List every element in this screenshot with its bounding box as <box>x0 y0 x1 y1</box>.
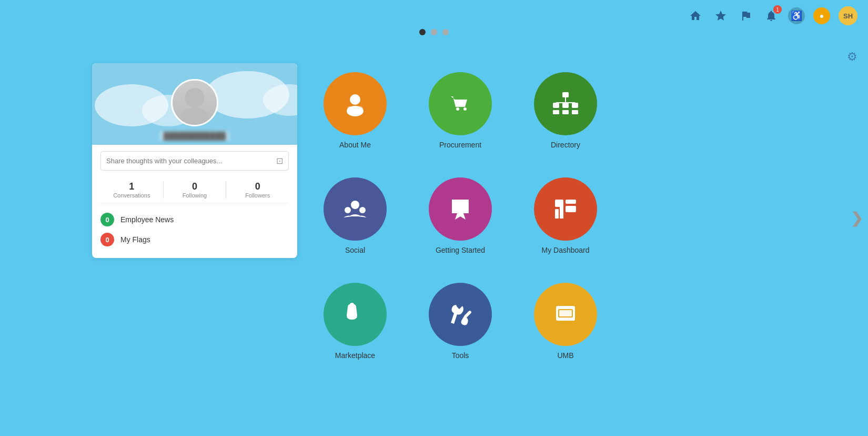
my-flags-badge: 0 <box>100 233 114 246</box>
top-nav: 1 ♿ ● SH <box>677 0 868 32</box>
conversations-label: Conversations <box>100 192 163 199</box>
social-label: Social <box>345 246 365 254</box>
flag-icon[interactable] <box>738 7 754 24</box>
svg-rect-9 <box>553 103 559 108</box>
employee-news-badge: 0 <box>100 213 114 226</box>
followers-label: Followers <box>226 192 289 199</box>
profile-card: ████████████ ⊡ 1 Conversations 0 Followi… <box>92 63 297 258</box>
svg-point-6 <box>456 107 459 111</box>
avatar-image <box>173 81 217 125</box>
stats-row: 1 Conversations 0 Following 0 Followers <box>100 177 289 203</box>
svg-rect-16 <box>572 110 578 114</box>
svg-point-1 <box>181 107 208 126</box>
next-arrow[interactable]: ❯ <box>851 210 863 227</box>
umb-circle <box>534 283 597 346</box>
svg-rect-14 <box>553 110 559 114</box>
profile-body: ⊡ 1 Conversations 0 Following 0 Follower… <box>92 151 297 258</box>
notification-badge: 1 <box>773 5 782 14</box>
app-procurement[interactable]: Procurement <box>418 63 502 158</box>
profile-name: ████████████ <box>160 131 229 141</box>
app-social[interactable]: Social <box>313 169 397 263</box>
procurement-label: Procurement <box>439 141 481 149</box>
svg-rect-22 <box>566 200 576 204</box>
user-avatar[interactable]: SH <box>839 6 857 25</box>
getting-started-circle <box>429 177 492 241</box>
share-input[interactable] <box>106 157 276 165</box>
procurement-circle <box>429 72 492 135</box>
accessibility-icon[interactable]: ♿ <box>788 7 805 24</box>
stat-following[interactable]: 0 Following <box>164 181 227 199</box>
followers-count: 0 <box>226 181 289 192</box>
app-grid: About Me Procurement Directory <box>313 63 608 369</box>
directory-label: Directory <box>551 141 580 149</box>
pagination-dot-2[interactable] <box>431 29 437 35</box>
svg-point-5 <box>358 106 363 112</box>
app-directory[interactable]: Directory <box>523 63 608 158</box>
about-me-label: About Me <box>339 141 371 149</box>
avatar[interactable] <box>171 79 218 126</box>
svg-point-7 <box>463 107 467 111</box>
favorites-icon[interactable] <box>712 7 729 24</box>
svg-point-2 <box>350 94 360 105</box>
svg-point-0 <box>185 88 204 107</box>
about-me-circle <box>324 72 387 135</box>
settings-gear-icon[interactable]: ⚙ <box>847 50 857 64</box>
umb-label: UMB <box>557 351 573 360</box>
app-umb[interactable]: UMB <box>523 274 608 369</box>
svg-rect-15 <box>562 110 569 114</box>
conversations-count: 1 <box>100 181 163 192</box>
stat-followers[interactable]: 0 Followers <box>226 181 289 199</box>
getting-started-label: Getting Started <box>436 246 485 254</box>
svg-rect-24 <box>555 209 559 219</box>
svg-rect-25 <box>560 206 563 219</box>
svg-point-4 <box>347 106 352 112</box>
following-label: Following <box>164 192 226 199</box>
svg-rect-21 <box>555 200 563 207</box>
svg-point-19 <box>359 207 366 213</box>
my-flags-item[interactable]: 0 My Flags <box>100 230 289 250</box>
svg-rect-11 <box>572 103 578 108</box>
my-dashboard-circle <box>534 177 597 241</box>
pagination-dots <box>419 29 449 35</box>
svg-rect-8 <box>562 92 569 97</box>
svg-rect-10 <box>562 103 569 108</box>
svg-point-26 <box>350 303 354 307</box>
home-icon[interactable] <box>687 7 704 24</box>
notifications-icon[interactable]: 1 <box>763 7 780 24</box>
app-tools[interactable]: Tools <box>418 274 502 369</box>
app-marketplace[interactable]: Marketplace <box>313 274 397 369</box>
directory-circle <box>534 72 597 135</box>
app-about-me[interactable]: About Me <box>313 63 397 158</box>
svg-point-17 <box>351 201 359 209</box>
app-my-dashboard[interactable]: My Dashboard <box>523 169 608 263</box>
following-count: 0 <box>164 181 226 192</box>
my-dashboard-label: My Dashboard <box>541 246 589 254</box>
app-getting-started[interactable]: Getting Started <box>418 169 502 263</box>
employee-news-label: Employee News <box>120 215 174 224</box>
employee-news-item[interactable]: 0 Employee News <box>100 210 289 230</box>
tools-label: Tools <box>452 351 469 360</box>
svg-point-18 <box>345 207 351 213</box>
my-flags-label: My Flags <box>120 235 150 244</box>
stat-conversations[interactable]: 1 Conversations <box>100 181 164 199</box>
svg-rect-29 <box>559 310 572 316</box>
share-box[interactable]: ⊡ <box>100 151 289 171</box>
svg-rect-23 <box>566 206 576 212</box>
pagination-dot-1[interactable] <box>419 29 426 35</box>
share-icon: ⊡ <box>276 156 283 166</box>
profile-header: ████████████ <box>92 63 297 145</box>
pagination-dot-3[interactable] <box>442 29 449 35</box>
marketplace-circle <box>324 283 387 346</box>
marketplace-label: Marketplace <box>335 351 375 360</box>
social-circle <box>324 177 387 241</box>
coin-icon[interactable]: ● <box>813 7 830 24</box>
tools-circle <box>429 283 492 346</box>
